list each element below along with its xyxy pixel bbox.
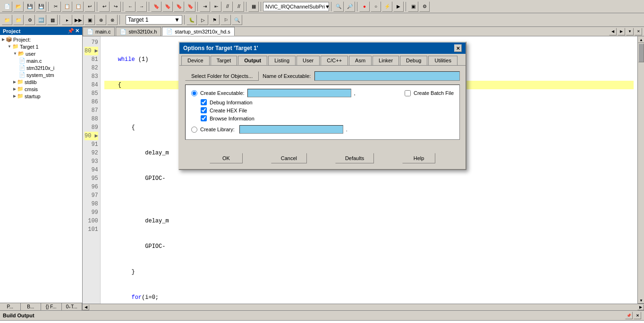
create-lib-path[interactable] (239, 125, 343, 134)
modal-tab-asm[interactable]: Asm (349, 56, 372, 65)
modal-tab-cpp[interactable]: C/C++ (321, 56, 348, 65)
modal-tab-target[interactable]: Target (211, 56, 237, 65)
options-dialog: Options for Target 'Target 1' ✕ Device T… (178, 42, 466, 170)
modal-tab-output[interactable]: Output (238, 56, 267, 65)
help-btn[interactable]: Help (402, 153, 435, 163)
create-batch-right: Create Batch File (405, 90, 454, 96)
exec-name-label: Name of Executable: (263, 73, 311, 79)
debug-info-label: Debug Information (210, 100, 253, 105)
exe-path-suffix: , (354, 90, 356, 96)
defaults-btn[interactable]: Defaults (335, 153, 374, 163)
create-exe-label: Create Executable: (200, 90, 245, 96)
cancel-btn[interactable]: Cancel (271, 153, 307, 163)
modal-footer: OK Cancel Defaults Help (179, 149, 466, 169)
exec-name-input[interactable] (314, 71, 460, 81)
browse-info-check[interactable] (201, 115, 207, 121)
modal-tab-user[interactable]: User (297, 56, 320, 65)
create-hex-check[interactable] (201, 107, 207, 113)
create-lib-row: Create Library: . (191, 125, 454, 134)
modal-tab-listing[interactable]: Listing (268, 56, 296, 65)
options-section: Create Executable: , Create Batch File D… (185, 85, 460, 140)
folder-row: Select Folder for Objects... Name of Exe… (185, 71, 460, 81)
modal-tab-device[interactable]: Device (181, 56, 210, 65)
create-batch-check[interactable] (405, 90, 411, 96)
debug-info-row: Debug Information (201, 99, 454, 105)
create-hex-label: Create HEX File (210, 108, 247, 113)
modal-titlebar: Options for Target 'Target 1' ✕ (179, 42, 466, 54)
modal-tab-linker[interactable]: Linker (373, 56, 399, 65)
modal-tabs: Device Target Output Listing User C/C++ … (179, 54, 466, 66)
modal-tab-utilities[interactable]: Utilities (428, 56, 457, 65)
create-exe-path[interactable] (247, 89, 351, 97)
select-folder-btn[interactable]: Select Folder for Objects... (185, 71, 259, 81)
modal-tab-debug[interactable]: Debug (400, 56, 427, 65)
modal-close-btn[interactable]: ✕ (454, 44, 462, 52)
create-exe-row: Create Executable: , Create Batch File (191, 89, 454, 97)
ok-btn[interactable]: OK (210, 153, 243, 163)
create-lib-radio[interactable] (191, 127, 197, 133)
browse-info-label: Browse Information (210, 116, 254, 121)
create-lib-label: Create Library: (200, 127, 235, 132)
debug-info-check[interactable] (201, 99, 207, 105)
modal-overlay: Options for Target 'Target 1' ✕ Device T… (0, 0, 644, 323)
browse-info-row: Browse Information (201, 115, 454, 121)
create-hex-row: Create HEX File (201, 107, 454, 113)
modal-body: Select Folder for Objects... Name of Exe… (179, 66, 466, 149)
create-exe-radio[interactable] (191, 90, 197, 96)
modal-title: Options for Target 'Target 1' (183, 45, 258, 51)
create-batch-label: Create Batch File (414, 90, 454, 96)
lib-path-suffix: . (346, 127, 347, 132)
